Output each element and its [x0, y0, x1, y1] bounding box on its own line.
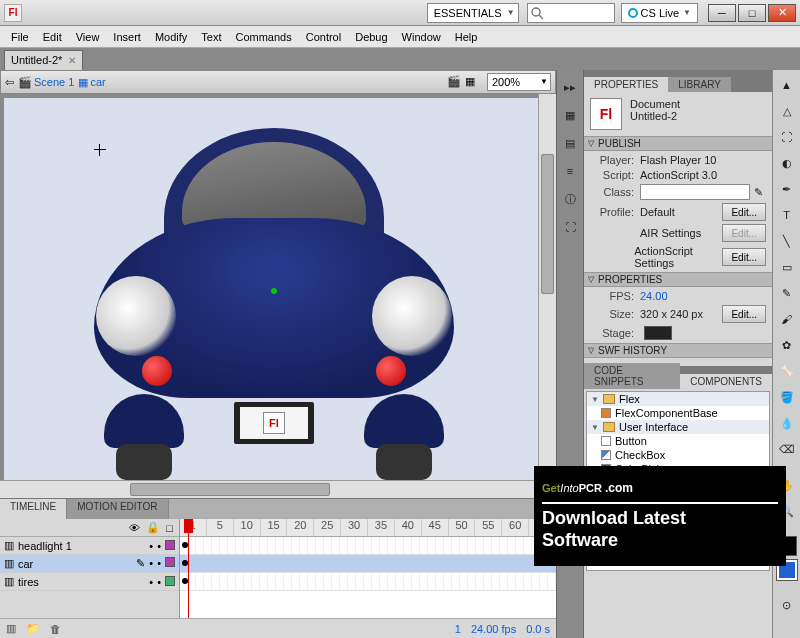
stage-color-swatch[interactable] — [644, 326, 672, 340]
deco-tool[interactable]: ✿ — [776, 334, 798, 356]
eyedropper-tool[interactable]: 💧 — [776, 412, 798, 434]
symbol-link[interactable]: ▦ car — [78, 76, 105, 89]
properties-panel: Fl Document Untitled-2 PUBLISH Player:Fl… — [584, 92, 772, 366]
vertical-scrollbar[interactable] — [538, 94, 556, 480]
layer-row[interactable]: ▥ tires •• — [0, 573, 179, 591]
visibility-header-icon[interactable]: 👁 — [129, 522, 140, 534]
frame-track[interactable] — [180, 537, 556, 555]
as-settings-label: ActionScript Settings — [634, 245, 722, 269]
close-button[interactable]: ✕ — [768, 4, 796, 22]
zoom-dropdown[interactable]: 200% — [487, 73, 551, 91]
tree-item[interactable]: Button — [587, 434, 769, 448]
menu-window[interactable]: Window — [395, 31, 448, 43]
bone-tool[interactable]: 🦴 — [776, 360, 798, 382]
pen-tool[interactable]: ✒ — [776, 178, 798, 200]
tab-properties[interactable]: PROPERTIES — [584, 77, 668, 92]
free-transform-tool[interactable]: ⛶ — [776, 126, 798, 148]
search-input[interactable] — [527, 3, 615, 23]
minimize-button[interactable]: ─ — [708, 4, 736, 22]
document-tab[interactable]: Untitled-2*✕ — [4, 50, 83, 70]
class-input[interactable] — [640, 184, 750, 200]
fps-display[interactable]: 24.00 fps — [471, 623, 516, 635]
align-icon[interactable]: ≡ — [561, 162, 579, 180]
new-layer-icon[interactable]: ▥ — [6, 622, 16, 635]
edit-profile-button[interactable]: Edit... — [722, 203, 766, 221]
search-icon — [530, 6, 544, 20]
edit-class-icon[interactable]: ✎ — [754, 186, 766, 198]
tree-item[interactable]: FlexComponentBase — [587, 406, 769, 420]
pencil-tool[interactable]: ✎ — [776, 282, 798, 304]
stage-area: Fl — [0, 94, 556, 498]
menu-insert[interactable]: Insert — [106, 31, 148, 43]
tire-right — [376, 444, 432, 480]
menu-help[interactable]: Help — [448, 31, 485, 43]
menu-control[interactable]: Control — [299, 31, 348, 43]
air-settings-label: AIR Settings — [640, 227, 701, 239]
cslive-dropdown[interactable]: CS Live — [621, 3, 698, 23]
swf-history-header[interactable]: SWF HISTORY — [584, 343, 772, 358]
menu-debug[interactable]: Debug — [348, 31, 394, 43]
maximize-button[interactable]: □ — [738, 4, 766, 22]
tree-item[interactable]: CheckBox — [587, 448, 769, 462]
tab-code-snippets[interactable]: CODE SNIPPETS — [584, 363, 680, 389]
frame-track[interactable] — [180, 573, 556, 591]
paint-bucket-tool[interactable]: 🪣 — [776, 386, 798, 408]
close-tab-icon[interactable]: ✕ — [68, 51, 76, 70]
workspace-dropdown[interactable]: ESSENTIALS — [427, 3, 519, 23]
new-folder-icon[interactable]: 📁 — [26, 622, 40, 635]
tab-library[interactable]: LIBRARY — [668, 77, 731, 92]
current-frame[interactable]: 1 — [455, 623, 461, 635]
layers-column: 👁 🔒 □ ▥ headlight 1 •• ▥ car ✎•• — [0, 519, 180, 618]
rectangle-tool[interactable]: ▭ — [776, 256, 798, 278]
layer-row[interactable]: ▥ car ✎•• — [0, 555, 179, 573]
snap-icon[interactable]: ⊙ — [776, 594, 798, 616]
text-tool[interactable]: T — [776, 204, 798, 226]
edit-scene-icon[interactable]: 🎬 — [447, 75, 461, 89]
delete-layer-icon[interactable]: 🗑 — [50, 623, 61, 635]
panel-icon[interactable]: ▤ — [561, 134, 579, 152]
layer-row[interactable]: ▥ headlight 1 •• — [0, 537, 179, 555]
frames-area[interactable]: 15101520253035404550556065 — [180, 519, 556, 618]
tab-timeline[interactable]: TIMELINE — [0, 499, 67, 519]
panel-icon[interactable]: ▦ — [561, 106, 579, 124]
menu-modify[interactable]: Modify — [148, 31, 194, 43]
car-symbol[interactable]: Fl — [74, 108, 474, 480]
expand-panels-icon[interactable]: ▸▸ — [561, 78, 579, 96]
horizontal-scrollbar[interactable] — [0, 480, 538, 498]
info-icon[interactable]: ⓘ — [561, 190, 579, 208]
menu-commands[interactable]: Commands — [228, 31, 298, 43]
outline-header-icon[interactable]: □ — [166, 522, 173, 534]
tree-folder[interactable]: ▼User Interface — [587, 420, 769, 434]
edit-symbol-icon[interactable]: ▦ — [465, 75, 479, 89]
menu-text[interactable]: Text — [194, 31, 228, 43]
lasso-tool[interactable]: ◐ — [776, 152, 798, 174]
back-icon[interactable]: ⇦ — [5, 76, 14, 89]
stage-canvas[interactable]: Fl — [4, 98, 538, 480]
transform-icon[interactable]: ⛶ — [561, 218, 579, 236]
edit-air-button[interactable]: Edit... — [722, 224, 766, 242]
properties-section-header[interactable]: PROPERTIES — [584, 272, 772, 287]
playhead[interactable] — [188, 519, 189, 618]
tab-components[interactable]: COMPONENTS — [680, 374, 772, 389]
size-value: 320 x 240 px — [640, 308, 703, 320]
line-tool[interactable]: ╲ — [776, 230, 798, 252]
tab-motion-editor[interactable]: MOTION EDITOR — [67, 499, 168, 519]
transform-point-icon[interactable] — [271, 288, 277, 294]
edit-size-button[interactable]: Edit... — [722, 305, 766, 323]
eraser-tool[interactable]: ⌫ — [776, 438, 798, 460]
selection-tool[interactable]: ▲ — [776, 74, 798, 96]
fps-value[interactable]: 24.00 — [640, 290, 668, 302]
brush-tool[interactable]: 🖌 — [776, 308, 798, 330]
subselection-tool[interactable]: △ — [776, 100, 798, 122]
frame-track[interactable] — [180, 555, 556, 573]
scene-link[interactable]: 🎬 Scene 1 — [18, 76, 74, 89]
player-value: Flash Player 10 — [640, 154, 716, 166]
menu-file[interactable]: File — [4, 31, 36, 43]
tree-folder[interactable]: ▼Flex — [587, 392, 769, 406]
publish-section-header[interactable]: PUBLISH — [584, 136, 772, 151]
edit-as-button[interactable]: Edit... — [722, 248, 766, 266]
lock-header-icon[interactable]: 🔒 — [146, 521, 160, 534]
menu-view[interactable]: View — [69, 31, 107, 43]
frame-ruler[interactable]: 15101520253035404550556065 — [180, 519, 556, 537]
menu-edit[interactable]: Edit — [36, 31, 69, 43]
